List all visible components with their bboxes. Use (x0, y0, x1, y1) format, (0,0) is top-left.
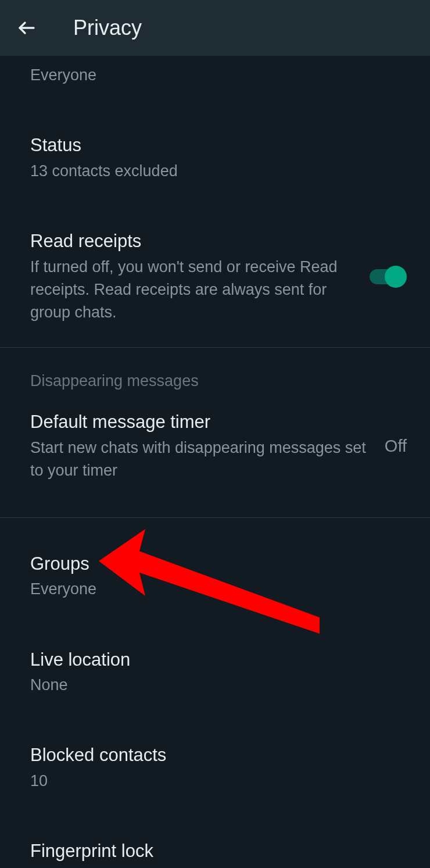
toggle-thumb (385, 266, 407, 288)
setting-title: Fingerprint lock (30, 839, 400, 863)
read-receipts-toggle[interactable] (370, 266, 407, 288)
page-title: Privacy (73, 16, 142, 40)
setting-title: Groups (30, 552, 400, 576)
setting-item-blocked-contacts[interactable]: Blocked contacts 10 (0, 730, 430, 805)
setting-sub: If turned off, you won't send or receive… (30, 256, 356, 324)
setting-sub: Disabled (30, 866, 400, 868)
setting-sub: Start new chats with disappearing messag… (30, 437, 371, 482)
setting-title: Status (30, 133, 400, 158)
setting-sub: 10 (30, 770, 400, 792)
setting-item-fingerprint-lock[interactable]: Fingerprint lock Disabled (0, 826, 430, 868)
setting-item-status[interactable]: Status 13 contacts excluded (0, 120, 430, 195)
setting-sub: None (30, 674, 400, 696)
settings-list: Everyone Status 13 contacts excluded Rea… (0, 56, 430, 868)
setting-sub: 13 contacts excluded (30, 160, 400, 183)
setting-item-read-receipts[interactable]: Read receipts If turned off, you won't s… (0, 216, 430, 337)
section-header-disappearing: Disappearing messages (0, 348, 430, 397)
setting-title: Live location (30, 648, 400, 672)
setting-title: Default message timer (30, 410, 371, 434)
app-header: Privacy (0, 0, 430, 56)
setting-sub: Everyone (30, 578, 400, 601)
setting-title: Blocked contacts (30, 743, 400, 767)
setting-item-live-location[interactable]: Live location None (0, 635, 430, 710)
setting-item-default-timer[interactable]: Default message timer Start new chats wi… (0, 397, 430, 495)
setting-sub: Everyone (30, 64, 400, 87)
setting-title: Read receipts (30, 229, 356, 253)
back-icon[interactable] (14, 15, 40, 41)
setting-item-groups[interactable]: Groups Everyone (0, 539, 430, 614)
setting-item-partial[interactable]: Everyone (0, 56, 430, 99)
setting-value: Off (385, 437, 407, 456)
